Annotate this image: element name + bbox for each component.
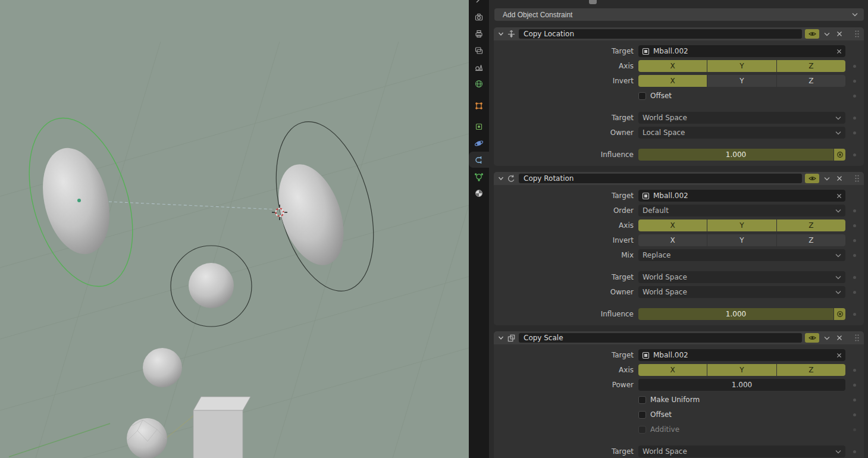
- tab-world[interactable]: [469, 76, 489, 92]
- axis-x-toggle[interactable]: X: [638, 364, 707, 376]
- target-space-dropdown[interactable]: World Space: [638, 446, 845, 457]
- add-object-constraint-button[interactable]: Add Object Constraint: [494, 8, 864, 21]
- axis-x-toggle[interactable]: X: [638, 60, 707, 72]
- tab-output[interactable]: [469, 26, 489, 42]
- invert-x-toggle[interactable]: X: [638, 75, 707, 87]
- tab-tool[interactable]: [469, 0, 489, 8]
- clear-target-button[interactable]: [836, 353, 842, 358]
- clear-driver-button[interactable]: [834, 308, 845, 320]
- icosphere-bottom[interactable]: [127, 418, 167, 458]
- invert-x-toggle[interactable]: X: [638, 234, 707, 246]
- expand-chevron-icon[interactable]: [498, 175, 504, 181]
- axis-y-toggle[interactable]: Y: [707, 364, 776, 376]
- tab-object-data[interactable]: [469, 168, 489, 184]
- tab-view-layer[interactable]: [469, 42, 489, 58]
- constraint-name-field[interactable]: Copy Location: [519, 29, 802, 39]
- decorator-dot[interactable]: [853, 384, 856, 387]
- extras-chevron-button[interactable]: [822, 174, 832, 183]
- tab-material[interactable]: [469, 185, 489, 201]
- tab-object-constraints[interactable]: [469, 152, 489, 168]
- offset-checkbox[interactable]: [638, 92, 646, 100]
- decorator-dot[interactable]: [853, 276, 856, 279]
- owner-space-dropdown[interactable]: Local Space: [638, 127, 845, 139]
- invert-y-toggle[interactable]: Y: [707, 75, 776, 87]
- 3d-viewport[interactable]: [0, 0, 469, 458]
- axis-x-toggle[interactable]: X: [638, 219, 707, 231]
- decorator-dot[interactable]: [853, 65, 856, 68]
- decorator-dot[interactable]: [853, 369, 856, 372]
- owner-space-dropdown[interactable]: World Space: [638, 286, 845, 298]
- mix-dropdown[interactable]: Replace: [638, 249, 845, 261]
- power-value-field[interactable]: 1.000: [638, 379, 845, 391]
- sphere-lower[interactable]: [143, 348, 182, 387]
- copy-location-header[interactable]: Copy Location: [494, 27, 864, 40]
- tab-render[interactable]: [469, 9, 489, 25]
- decorator-dot[interactable]: [853, 399, 856, 401]
- copy-rotation-header[interactable]: Copy Rotation: [494, 172, 864, 185]
- target-space-dropdown[interactable]: World Space: [638, 112, 845, 124]
- axis-z-toggle[interactable]: Z: [777, 364, 845, 376]
- decorator-dot[interactable]: [853, 131, 856, 134]
- decorator-dot[interactable]: [853, 80, 856, 83]
- decorator-dot[interactable]: [853, 413, 856, 416]
- drag-handle[interactable]: [854, 174, 860, 183]
- target-object-field[interactable]: Mball.002: [638, 45, 845, 57]
- axis-y-toggle[interactable]: Y: [707, 219, 776, 231]
- owner-space-label: Owner: [494, 128, 638, 137]
- make-uniform-checkbox-group[interactable]: Make Uniform: [638, 396, 700, 404]
- drag-handle[interactable]: [854, 30, 860, 38]
- decorator-dot[interactable]: [853, 239, 856, 242]
- invert-z-toggle[interactable]: Z: [777, 75, 845, 87]
- decorator-dot[interactable]: [853, 153, 856, 156]
- offset-checkbox-group[interactable]: Offset: [638, 410, 672, 419]
- offset-checkbox-group[interactable]: Offset: [638, 92, 672, 100]
- extras-chevron-button[interactable]: [822, 333, 832, 343]
- axis-z-toggle[interactable]: Z: [777, 60, 845, 72]
- drag-handle[interactable]: [854, 334, 860, 342]
- tab-scene[interactable]: [469, 59, 489, 75]
- delete-constraint-button[interactable]: [835, 333, 844, 343]
- clear-target-button[interactable]: [836, 49, 842, 54]
- extras-chevron-button[interactable]: [822, 29, 832, 39]
- metaball-small-center[interactable]: [189, 263, 234, 308]
- decorator-dot[interactable]: [853, 224, 856, 227]
- tab-modifiers[interactable]: [469, 118, 489, 134]
- clear-target-button[interactable]: [836, 193, 842, 199]
- decorator-dot[interactable]: [853, 254, 856, 257]
- viewport-canvas[interactable]: [0, 0, 469, 458]
- target-object-field[interactable]: Mball.002: [638, 190, 845, 202]
- expand-chevron-icon[interactable]: [498, 335, 504, 341]
- expand-chevron-icon[interactable]: [498, 31, 504, 37]
- constraint-name-field[interactable]: Copy Scale: [519, 333, 802, 343]
- axis-y-toggle[interactable]: Y: [707, 60, 776, 72]
- tab-object[interactable]: [469, 98, 489, 114]
- order-dropdown[interactable]: Default: [638, 205, 845, 217]
- influence-slider[interactable]: 1.000: [638, 149, 833, 161]
- make-uniform-checkbox[interactable]: [638, 396, 646, 404]
- decorator-dot[interactable]: [853, 291, 856, 294]
- target-object-field[interactable]: Mball.002: [638, 349, 845, 361]
- chevron-down-icon: [835, 290, 841, 294]
- target-space-dropdown[interactable]: World Space: [638, 271, 845, 283]
- delete-constraint-button[interactable]: [835, 29, 844, 39]
- axis-z-toggle[interactable]: Z: [777, 219, 845, 231]
- enable-constraint-eye-toggle[interactable]: [805, 29, 819, 39]
- decorator-dot[interactable]: [853, 117, 856, 120]
- decorator-dot[interactable]: [853, 209, 856, 212]
- target-space-label: Target: [494, 273, 638, 281]
- offset-checkbox[interactable]: [638, 411, 646, 419]
- decorator-dot[interactable]: [853, 450, 856, 453]
- tab-physics[interactable]: [469, 135, 489, 151]
- cube-bottom[interactable]: [193, 397, 250, 458]
- influence-slider[interactable]: 1.000: [638, 308, 833, 320]
- constraint-name-field[interactable]: Copy Rotation: [519, 174, 802, 183]
- invert-z-toggle[interactable]: Z: [777, 234, 845, 246]
- copy-scale-header[interactable]: Copy Scale: [494, 331, 864, 344]
- decorator-dot[interactable]: [853, 313, 856, 316]
- clear-driver-button[interactable]: [834, 149, 845, 161]
- enable-constraint-eye-toggle[interactable]: [805, 174, 819, 183]
- enable-constraint-eye-toggle[interactable]: [805, 333, 819, 343]
- delete-constraint-button[interactable]: [835, 174, 844, 183]
- invert-y-toggle[interactable]: Y: [707, 234, 776, 246]
- decorator-dot[interactable]: [853, 95, 856, 98]
